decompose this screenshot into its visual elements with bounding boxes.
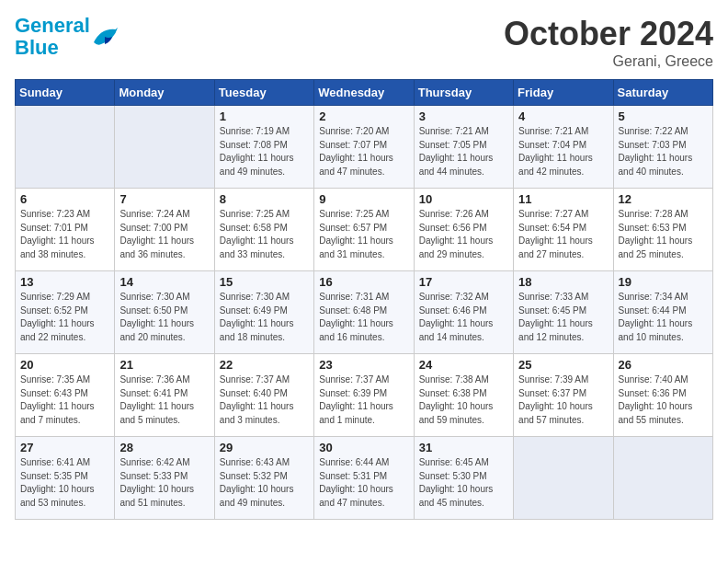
day-number: 15 <box>220 275 309 289</box>
day-number: 5 <box>619 109 708 123</box>
calendar-cell: 24Sunrise: 7:38 AM Sunset: 6:38 PM Dayli… <box>414 354 513 437</box>
calendar-cell: 9Sunrise: 7:25 AM Sunset: 6:57 PM Daylig… <box>314 189 414 271</box>
weekday-header-thursday: Thursday <box>414 80 513 106</box>
weekday-header-row: SundayMondayTuesdayWednesdayThursdayFrid… <box>16 80 713 106</box>
day-detail: Sunrise: 7:28 AM Sunset: 6:53 PM Dayligh… <box>619 208 708 261</box>
title-area: October 2024 Gerani, Greece <box>504 15 713 70</box>
day-detail: Sunrise: 7:34 AM Sunset: 6:44 PM Dayligh… <box>619 291 708 344</box>
day-number: 24 <box>419 358 508 372</box>
calendar-cell: 14Sunrise: 7:30 AM Sunset: 6:50 PM Dayli… <box>115 271 214 354</box>
calendar-cell: 5Sunrise: 7:22 AM Sunset: 7:03 PM Daylig… <box>613 106 712 189</box>
day-number: 20 <box>20 358 109 372</box>
day-number: 7 <box>119 192 209 206</box>
day-number: 16 <box>319 275 408 289</box>
day-number: 21 <box>119 358 209 372</box>
calendar-cell: 27Sunrise: 6:41 AM Sunset: 5:35 PM Dayli… <box>16 437 115 520</box>
calendar-cell: 1Sunrise: 7:19 AM Sunset: 7:08 PM Daylig… <box>214 106 313 189</box>
weekday-header-friday: Friday <box>514 80 613 106</box>
day-detail: Sunrise: 7:36 AM Sunset: 6:41 PM Dayligh… <box>119 373 209 427</box>
day-detail: Sunrise: 7:32 AM Sunset: 6:46 PM Dayligh… <box>419 291 508 344</box>
day-number: 30 <box>319 441 408 454</box>
day-detail: Sunrise: 7:35 AM Sunset: 6:43 PM Dayligh… <box>20 373 109 427</box>
calendar-week-row: 20Sunrise: 7:35 AM Sunset: 6:43 PM Dayli… <box>16 354 713 437</box>
calendar-cell: 18Sunrise: 7:33 AM Sunset: 6:45 PM Dayli… <box>514 271 613 354</box>
calendar-week-row: 27Sunrise: 6:41 AM Sunset: 5:35 PM Dayli… <box>16 437 713 520</box>
day-number: 10 <box>419 192 508 206</box>
calendar-week-row: 13Sunrise: 7:29 AM Sunset: 6:52 PM Dayli… <box>16 271 713 354</box>
calendar-cell: 25Sunrise: 7:39 AM Sunset: 6:37 PM Dayli… <box>514 354 613 437</box>
calendar-cell: 11Sunrise: 7:27 AM Sunset: 6:54 PM Dayli… <box>514 189 613 271</box>
logo-text: General Blue <box>15 15 90 59</box>
calendar-cell: 13Sunrise: 7:29 AM Sunset: 6:52 PM Dayli… <box>16 271 115 354</box>
day-number: 1 <box>220 109 309 123</box>
day-number: 11 <box>518 192 608 206</box>
calendar-cell: 4Sunrise: 7:21 AM Sunset: 7:04 PM Daylig… <box>514 106 613 189</box>
weekday-header-wednesday: Wednesday <box>314 80 414 106</box>
day-detail: Sunrise: 7:25 AM Sunset: 6:58 PM Dayligh… <box>220 208 309 261</box>
day-detail: Sunrise: 7:20 AM Sunset: 7:07 PM Dayligh… <box>319 125 408 178</box>
day-number: 27 <box>20 441 109 454</box>
day-detail: Sunrise: 7:23 AM Sunset: 7:01 PM Dayligh… <box>20 208 109 261</box>
calendar-cell: 16Sunrise: 7:31 AM Sunset: 6:48 PM Dayli… <box>314 271 414 354</box>
day-detail: Sunrise: 6:45 AM Sunset: 5:30 PM Dayligh… <box>419 456 508 510</box>
day-detail: Sunrise: 7:25 AM Sunset: 6:57 PM Dayligh… <box>319 208 408 261</box>
day-detail: Sunrise: 7:21 AM Sunset: 7:04 PM Dayligh… <box>518 125 608 178</box>
calendar-week-row: 6Sunrise: 7:23 AM Sunset: 7:01 PM Daylig… <box>16 189 713 271</box>
calendar-cell: 23Sunrise: 7:37 AM Sunset: 6:39 PM Dayli… <box>314 354 414 437</box>
day-detail: Sunrise: 7:27 AM Sunset: 6:54 PM Dayligh… <box>518 208 608 261</box>
day-detail: Sunrise: 7:29 AM Sunset: 6:52 PM Dayligh… <box>20 291 109 344</box>
day-number: 9 <box>319 192 408 206</box>
day-number: 6 <box>20 192 109 206</box>
month-title: October 2024 <box>504 15 713 53</box>
calendar-cell: 30Sunrise: 6:44 AM Sunset: 5:31 PM Dayli… <box>314 437 414 520</box>
calendar-cell: 7Sunrise: 7:24 AM Sunset: 7:00 PM Daylig… <box>115 189 214 271</box>
day-detail: Sunrise: 7:21 AM Sunset: 7:05 PM Dayligh… <box>419 125 508 178</box>
day-number: 31 <box>419 441 508 454</box>
day-number: 23 <box>319 358 408 372</box>
weekday-header-sunday: Sunday <box>16 80 115 106</box>
calendar-cell <box>613 437 712 520</box>
day-number: 18 <box>518 275 608 289</box>
day-detail: Sunrise: 6:41 AM Sunset: 5:35 PM Dayligh… <box>20 456 109 510</box>
calendar-table: SundayMondayTuesdayWednesdayThursdayFrid… <box>15 79 713 520</box>
logo: General Blue <box>15 15 119 59</box>
header: General Blue October 2024 Gerani, Greece <box>15 15 713 70</box>
calendar-cell: 21Sunrise: 7:36 AM Sunset: 6:41 PM Dayli… <box>115 354 214 437</box>
day-detail: Sunrise: 6:44 AM Sunset: 5:31 PM Dayligh… <box>319 456 408 510</box>
day-number: 4 <box>518 109 608 123</box>
day-number: 19 <box>619 275 708 289</box>
calendar-cell: 6Sunrise: 7:23 AM Sunset: 7:01 PM Daylig… <box>16 189 115 271</box>
calendar-cell: 19Sunrise: 7:34 AM Sunset: 6:44 PM Dayli… <box>613 271 712 354</box>
calendar-cell: 2Sunrise: 7:20 AM Sunset: 7:07 PM Daylig… <box>314 106 414 189</box>
day-detail: Sunrise: 7:33 AM Sunset: 6:45 PM Dayligh… <box>518 291 608 344</box>
day-number: 25 <box>518 358 608 372</box>
day-detail: Sunrise: 7:19 AM Sunset: 7:08 PM Dayligh… <box>220 125 309 178</box>
day-detail: Sunrise: 7:40 AM Sunset: 6:36 PM Dayligh… <box>619 373 708 427</box>
day-number: 8 <box>220 192 309 206</box>
weekday-header-saturday: Saturday <box>613 80 712 106</box>
calendar-week-row: 1Sunrise: 7:19 AM Sunset: 7:08 PM Daylig… <box>16 106 713 189</box>
day-detail: Sunrise: 7:39 AM Sunset: 6:37 PM Dayligh… <box>518 373 608 427</box>
day-detail: Sunrise: 7:24 AM Sunset: 7:00 PM Dayligh… <box>119 208 209 261</box>
day-number: 2 <box>319 109 408 123</box>
calendar-cell <box>115 106 214 189</box>
day-detail: Sunrise: 7:26 AM Sunset: 6:56 PM Dayligh… <box>419 208 508 261</box>
day-number: 14 <box>119 275 209 289</box>
calendar-cell: 17Sunrise: 7:32 AM Sunset: 6:46 PM Dayli… <box>414 271 513 354</box>
calendar-cell: 31Sunrise: 6:45 AM Sunset: 5:30 PM Dayli… <box>414 437 513 520</box>
calendar-cell: 8Sunrise: 7:25 AM Sunset: 6:58 PM Daylig… <box>214 189 313 271</box>
calendar-cell: 3Sunrise: 7:21 AM Sunset: 7:05 PM Daylig… <box>414 106 513 189</box>
day-detail: Sunrise: 7:38 AM Sunset: 6:38 PM Dayligh… <box>419 373 508 427</box>
calendar-cell: 20Sunrise: 7:35 AM Sunset: 6:43 PM Dayli… <box>16 354 115 437</box>
weekday-header-monday: Monday <box>115 80 214 106</box>
day-detail: Sunrise: 7:37 AM Sunset: 6:39 PM Dayligh… <box>319 373 408 427</box>
day-number: 22 <box>220 358 309 372</box>
calendar-cell: 10Sunrise: 7:26 AM Sunset: 6:56 PM Dayli… <box>414 189 513 271</box>
day-number: 13 <box>20 275 109 289</box>
day-detail: Sunrise: 7:37 AM Sunset: 6:40 PM Dayligh… <box>220 373 309 427</box>
day-number: 12 <box>619 192 708 206</box>
calendar-cell <box>514 437 613 520</box>
calendar-cell <box>16 106 115 189</box>
calendar-cell: 12Sunrise: 7:28 AM Sunset: 6:53 PM Dayli… <box>613 189 712 271</box>
weekday-header-tuesday: Tuesday <box>214 80 313 106</box>
